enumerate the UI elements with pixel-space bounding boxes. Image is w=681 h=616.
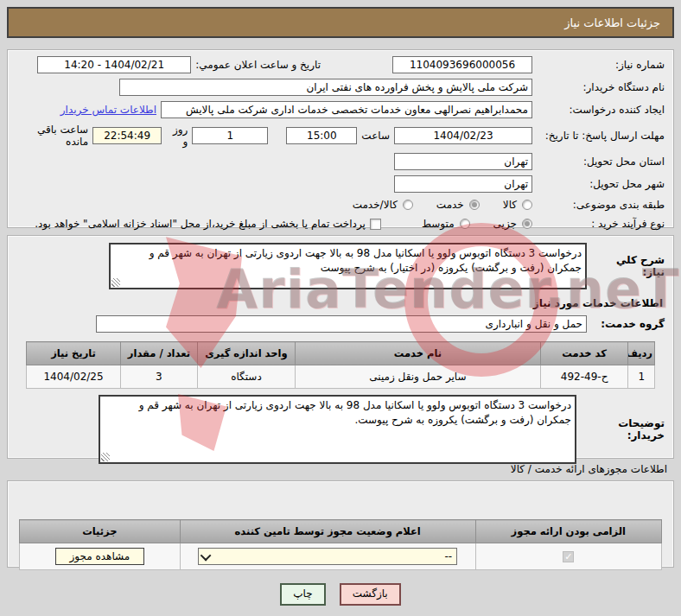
- chevron-down-icon: [200, 549, 212, 561]
- cell-unit: دستگاه: [197, 365, 295, 389]
- city-row: شهر محل تحویل: تهران: [16, 173, 665, 195]
- permit-status-value: --: [444, 550, 452, 562]
- print-button[interactable]: چاپ: [280, 583, 325, 606]
- cell-need-date: 1404/02/25: [27, 365, 121, 389]
- need-description-text: درخواست 3 دستگاه اتوبوس ولوو یا اسکانیا …: [150, 247, 582, 274]
- process-type-row: نوع فرآیند خرید : جزیی متوسط پرداخت تمام…: [16, 214, 665, 233]
- footer-actions: بازگشت چاپ: [0, 583, 681, 606]
- radio-group-goods-service: کالا/خدمت: [353, 199, 413, 211]
- radio-medium-label: متوسط: [422, 218, 455, 230]
- deadline-time-field[interactable]: 15:00: [286, 127, 357, 144]
- need-info-panel: شماره نیاز: 1104093696000056 تاریخ و ساع…: [7, 49, 674, 228]
- classification-label: طبقه بندی موضوعی:: [537, 199, 665, 212]
- process-type-label: نوع فرآیند خرید :: [537, 218, 665, 231]
- col-row-number: ردیف: [628, 342, 655, 365]
- radio-goods-service-label: کالا/خدمت: [353, 199, 398, 211]
- radio-group-minor: جزیی: [493, 218, 532, 230]
- col-permit-mandatory: الزامی بودن ارائه مجوز: [475, 520, 661, 543]
- creator-row: ایجاد کننده درخواست: محمدابراهیم نصرالهی…: [16, 98, 665, 121]
- permits-table: الزامی بودن ارائه مجوز اعلام وضعیت مجوز …: [19, 519, 662, 570]
- services-panel: شرح کلي نیاز: درخواست 3 دستگاه اتوبوس ول…: [7, 235, 674, 459]
- days-label: روز و: [166, 124, 188, 148]
- back-button[interactable]: بازگشت: [340, 583, 401, 606]
- buyer-notes-row: توضیحات خریدار: درخواست 3 دستگاه اتوبوس …: [16, 395, 665, 464]
- radio-minor[interactable]: [522, 219, 532, 229]
- services-table-header-row: ردیف کد خدمت نام خدمت واحد اندازه گیری ت…: [27, 342, 655, 365]
- province-label: استان محل تحویل:: [537, 156, 665, 168]
- col-service-name: نام خدمت: [296, 342, 541, 365]
- buyer-org-label: نام دستگاه خریدار:: [537, 81, 665, 94]
- col-permit-status: اعلام وضعیت مجوز توسط تامین کننده: [180, 520, 475, 543]
- resize-handle-icon[interactable]: [101, 453, 110, 461]
- buyer-notes-text: درخواست 3 دستگاه اتوبوس ولوو یا اسکانیا …: [139, 399, 571, 426]
- permits-table-header-row: الزامی بودن ارائه مجوز اعلام وضعیت مجوز …: [20, 520, 662, 543]
- services-table: ردیف کد خدمت نام خدمت واحد اندازه گیری ت…: [26, 341, 655, 389]
- resize-handle-icon[interactable]: [111, 278, 120, 287]
- remaining-label: ساعت باقي مانده: [16, 124, 88, 148]
- view-permit-button[interactable]: مشاهده مجوز: [55, 548, 145, 565]
- page-title: جزئیات اطلاعات نیاز: [564, 16, 660, 29]
- province-row: استان محل تحویل: تهران: [16, 150, 665, 173]
- permits-section-title: اطلاعات مجوزهای ارائه خدمت / کالا: [511, 463, 667, 475]
- cell-service-name: سایر حمل ونقل زمینی: [296, 365, 541, 389]
- radio-goods-label: کالا: [503, 199, 517, 211]
- radio-group-medium: متوسط: [422, 218, 470, 230]
- radio-service[interactable]: [469, 200, 480, 210]
- cell-service-code: ح-49-492: [540, 365, 628, 389]
- need-number-label: شماره نیاز:: [537, 59, 665, 72]
- col-quantity: تعداد / مقدار: [121, 342, 198, 365]
- need-description-label: شرح کلي نیاز:: [592, 254, 665, 278]
- buyer-org-row: نام دستگاه خریدار: شرکت ملی پالایش و پخش…: [16, 76, 665, 98]
- cell-row-number: 1: [628, 365, 655, 389]
- cell-quantity: 3: [121, 365, 198, 389]
- radio-service-label: خدمت: [436, 199, 464, 211]
- page-header: جزئیات اطلاعات نیاز: [7, 7, 674, 38]
- countdown-timer: 22:54:49: [92, 127, 162, 144]
- hour-label: ساعت: [361, 130, 390, 142]
- radio-goods[interactable]: [522, 200, 532, 210]
- days-remaining-field[interactable]: 1: [192, 127, 268, 144]
- service-group-field[interactable]: حمل و نقل و انبارداری: [96, 315, 587, 333]
- city-label: شهر محل تحویل:: [537, 178, 665, 191]
- need-description-textarea[interactable]: درخواست 3 دستگاه اتوبوس ولوو یا اسکانیا …: [109, 243, 587, 289]
- need-number-row: شماره نیاز: 1104093696000056 تاریخ و ساع…: [16, 54, 665, 76]
- services-section-title: اطلاعات خدمات مورد نیاز: [16, 297, 663, 309]
- radio-minor-label: جزیی: [493, 218, 517, 230]
- buyer-notes-textarea[interactable]: درخواست 3 دستگاه اتوبوس ولوو یا اسکانیا …: [99, 395, 576, 464]
- col-unit: واحد اندازه گیری: [197, 342, 295, 365]
- col-service-code: کد خدمت: [540, 342, 628, 365]
- buyer-contact-link[interactable]: اطلاعات تماس خریدار: [60, 104, 156, 116]
- table-row: -- مشاهده مجوز: [20, 543, 662, 570]
- city-field[interactable]: تهران: [394, 175, 532, 193]
- treasury-note: پرداخت تمام یا بخشی از مبلغ خرید،از محل …: [35, 218, 366, 230]
- buyer-notes-label: توضیحات خریدار:: [582, 417, 665, 441]
- radio-group-service: خدمت: [436, 199, 480, 211]
- announce-field[interactable]: 1404/02/21 - 14:20: [37, 56, 191, 73]
- permit-status-select[interactable]: --: [198, 548, 457, 565]
- creator-field[interactable]: محمدابراهیم نصرالهی معاون خدمات تخصصی خد…: [161, 101, 532, 118]
- permits-panel: الزامی بودن ارائه مجوز اعلام وضعیت مجوز …: [7, 480, 674, 568]
- buyer-org-field[interactable]: شرکت ملی پالایش و پخش فراورده های نفتی ا…: [119, 79, 532, 96]
- radio-group-goods: کالا: [503, 199, 532, 211]
- table-row: 1 ح-49-492 سایر حمل ونقل زمینی دستگاه 3 …: [27, 365, 655, 389]
- mandatory-permit-checkbox: [563, 551, 574, 562]
- radio-medium[interactable]: [460, 219, 470, 229]
- service-group-row: گروه خدمت: حمل و نقل و انبارداری: [16, 315, 665, 333]
- need-number-field[interactable]: 1104093696000056: [392, 56, 532, 73]
- treasury-checkbox[interactable]: [370, 219, 381, 230]
- cell-permit-mandatory: [475, 543, 661, 570]
- deadline-date-field[interactable]: 1404/02/23: [394, 127, 532, 144]
- deadline-label: مهلت ارسال پاسخ: تا تاریخ:: [537, 130, 665, 143]
- classification-row: طبقه بندی موضوعی: کالا خدمت کالا/خدمت: [16, 195, 665, 214]
- col-permit-details: جزئیات: [20, 520, 181, 543]
- col-need-date: تاریخ نیاز: [27, 342, 121, 365]
- radio-goods-service[interactable]: [403, 200, 413, 210]
- need-description-row: شرح کلي نیاز: درخواست 3 دستگاه اتوبوس ول…: [16, 243, 665, 289]
- service-group-label: گروه خدمت:: [592, 318, 665, 330]
- province-field[interactable]: تهران: [394, 153, 532, 170]
- cell-permit-details: مشاهده مجوز: [20, 543, 181, 570]
- cell-permit-status: --: [180, 543, 475, 570]
- deadline-row: مهلت ارسال پاسخ: تا تاریخ: 1404/02/23 سا…: [16, 121, 665, 150]
- creator-label: ایجاد کننده درخواست:: [537, 104, 665, 117]
- announce-label: تاریخ و ساعت اعلان عمومي:: [195, 59, 321, 71]
